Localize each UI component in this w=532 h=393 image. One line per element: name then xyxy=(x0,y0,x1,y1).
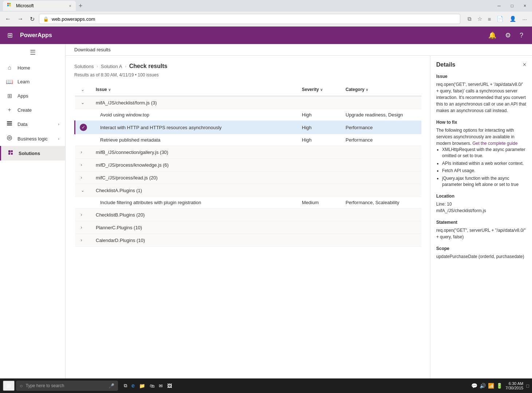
group-collapse-cell[interactable]: ⌄ xyxy=(75,96,92,109)
table-body: ⌄ mifA_/JS/checklist/form.js (3) Avoid u… xyxy=(75,96,422,247)
table-row[interactable]: › mifB_/JS/connection/gallery.js (30) xyxy=(75,146,422,159)
group-expand-cell[interactable]: › xyxy=(75,209,92,221)
th-collapse-all[interactable]: ⌄ xyxy=(75,83,92,96)
forward-btn[interactable]: → xyxy=(15,14,25,24)
group-calendarD-expand-btn[interactable]: › xyxy=(79,237,84,243)
details-how-to-fix-label: How to fix xyxy=(436,120,526,125)
group-collapse-cell[interactable]: ⌄ xyxy=(75,184,92,197)
back-btn[interactable]: ← xyxy=(3,14,13,24)
top-nav: ⊞ PowerApps 🔔 ⚙ ? xyxy=(0,27,532,44)
help-btn[interactable]: ? xyxy=(517,30,526,41)
taskbar-wifi-icon[interactable]: 📶 xyxy=(488,383,494,389)
group-checklistA-collapse-btn[interactable]: ⌄ xyxy=(79,187,86,194)
group-mifD-expand-btn[interactable]: › xyxy=(79,162,84,168)
address-bar[interactable]: 🔒 web.powerapps.com xyxy=(39,14,460,24)
group-expand-cell[interactable]: › xyxy=(75,171,92,184)
taskbar-photo-btn[interactable]: 🖼 xyxy=(166,381,173,390)
get-complete-guide-link[interactable]: Get the complete guide xyxy=(472,141,517,146)
browser-tab[interactable]: Microsoft × xyxy=(3,1,76,11)
account-btn[interactable]: 👤 xyxy=(507,14,519,24)
sidebar-item-apps-label: Apps xyxy=(17,93,28,99)
table-row[interactable]: › PlannerC.Plugins (10) xyxy=(75,221,422,234)
split-view-btn[interactable]: ⧉ xyxy=(465,14,474,24)
taskbar-search-placeholder: Type here to search xyxy=(25,383,64,388)
rowA1-issue: Include filtering attributes with plugin… xyxy=(91,197,297,209)
sidebar-toggle-btn[interactable]: ☰ xyxy=(0,44,65,61)
group-mifB-expand-btn[interactable]: › xyxy=(79,149,84,155)
taskbar-notification-icon[interactable]: 💬 xyxy=(471,383,477,389)
hub-btn[interactable]: ≡ xyxy=(486,14,493,24)
table-row[interactable]: › CalendarD.Plugins (10) xyxy=(75,234,422,247)
details-location-label: Location xyxy=(436,194,526,199)
sidebar-item-create[interactable]: + Create xyxy=(0,103,65,117)
table-row[interactable]: ⌄ ChecklistA.Plugins (1) xyxy=(75,184,422,197)
sidebar-item-data[interactable]: Data › xyxy=(0,117,65,131)
table-header: ⌄ Issue ∨ Severity ∨ xyxy=(75,83,422,96)
group-mifA-collapse-btn[interactable]: ⌄ xyxy=(79,99,86,106)
sidebar-item-learn[interactable]: 📖 Learn xyxy=(0,75,65,89)
rowA1-category: Performance, Scaleability xyxy=(341,197,421,209)
th-severity[interactable]: Severity ∨ xyxy=(297,83,341,96)
group-expand-cell[interactable]: › xyxy=(75,159,92,171)
row3-check-cell xyxy=(75,134,92,146)
group-expand-cell[interactable]: › xyxy=(75,146,92,159)
th-issue[interactable]: Issue ∨ xyxy=(91,83,297,96)
breadcrumb-solution-a[interactable]: Solution A xyxy=(101,64,122,69)
notifications-btn[interactable]: 🔔 xyxy=(485,30,499,41)
table-row[interactable]: Avoid using window.top High Upgrade read… xyxy=(75,109,422,121)
minimize-btn[interactable]: ─ xyxy=(494,2,504,10)
table-row[interactable]: › mifD_/JS/process/knowledge.js (6) xyxy=(75,159,422,171)
group-checklistB-expand-btn[interactable]: › xyxy=(79,211,84,218)
favorites-btn[interactable]: ☆ xyxy=(475,14,484,24)
sidebar-item-solutions[interactable]: Solutions xyxy=(0,146,65,160)
taskbar-action-center-icon[interactable]: □ xyxy=(526,383,529,389)
row3-category: Performance xyxy=(341,134,421,146)
sidebar-item-home[interactable]: ⌂ Home xyxy=(0,61,65,75)
sidebar: ☰ ⌂ Home 📖 Learn ⊞ Apps + Create Da xyxy=(0,44,66,393)
breadcrumb-sep2: › xyxy=(125,64,126,68)
group-expand-cell[interactable]: › xyxy=(75,234,92,247)
tab-close-btn[interactable]: × xyxy=(69,4,71,8)
group-checklistB-name: ChecklistB.Plugins (20) xyxy=(91,209,421,221)
breadcrumb-solutions[interactable]: Solutions xyxy=(74,64,94,69)
bullet-item: XMLHttpRequest with the async parameter … xyxy=(442,147,526,159)
group-plannerC-expand-btn[interactable]: › xyxy=(79,224,84,231)
bullet-item: APIs initiated within a web worker conte… xyxy=(442,160,526,167)
group-mifB-name: mifB_/JS/connection/gallery.js (30) xyxy=(91,146,421,159)
titlebar-icons: ─ □ × xyxy=(494,2,529,10)
sidebar-item-business-logic[interactable]: Business logic › xyxy=(0,131,65,146)
reading-btn[interactable]: 📄 xyxy=(494,14,506,24)
collapse-all-btn[interactable]: ⌄ xyxy=(79,86,86,93)
group-expand-cell[interactable]: › xyxy=(75,221,92,234)
sidebar-item-apps[interactable]: ⊞ Apps xyxy=(0,89,65,103)
settings-btn[interactable]: ⚙ xyxy=(502,30,514,41)
taskbar-edge-btn[interactable]: e xyxy=(130,381,136,390)
waffle-icon[interactable]: ⊞ xyxy=(6,30,14,41)
more-btn[interactable]: ··· xyxy=(520,14,529,24)
table-row[interactable]: Include filtering attributes with plugin… xyxy=(75,197,422,209)
table-row[interactable]: › ChecklistB.Plugins (20) xyxy=(75,209,422,221)
refresh-btn[interactable]: ↻ xyxy=(28,14,37,24)
start-btn[interactable]: ⊞ xyxy=(3,381,15,391)
tab-favicon xyxy=(7,3,13,9)
table-row[interactable]: ✓ Interact with HTTP and HTTPS resources… xyxy=(75,121,422,134)
close-btn[interactable]: × xyxy=(521,2,529,10)
business-logic-chevron-icon: › xyxy=(58,136,59,141)
maximize-btn[interactable]: □ xyxy=(508,2,516,10)
th-category[interactable]: Category ∨ xyxy=(341,83,421,96)
create-icon: + xyxy=(6,107,13,113)
group-mifC-expand-btn[interactable]: › xyxy=(79,174,84,181)
table-row[interactable]: Retrieve published metadata High Perform… xyxy=(75,134,422,146)
table-row[interactable]: › mifC_/JS/process/lead.js (20) xyxy=(75,171,422,184)
taskbar-clock: 6:30 AM 7/30/2015 xyxy=(505,381,523,390)
taskbar-mail-btn[interactable]: ✉ xyxy=(157,381,164,390)
details-close-btn[interactable]: × xyxy=(523,61,526,68)
new-tab-btn[interactable]: + xyxy=(76,2,86,10)
table-row[interactable]: ⌄ mifA_/JS/checklist/form.js (3) xyxy=(75,96,422,109)
taskbar-explorer-btn[interactable]: 📁 xyxy=(138,381,147,390)
taskbar-store-btn[interactable]: 🛍 xyxy=(148,381,156,390)
taskbar-speaker-icon[interactable]: 🔊 xyxy=(480,383,486,389)
taskbar-search-bar[interactable]: ○ Type here to search 🎤 xyxy=(16,381,118,391)
taskbar-task-view-btn[interactable]: ⧉ xyxy=(122,381,129,390)
row2-check-cell: ✓ xyxy=(75,121,92,134)
